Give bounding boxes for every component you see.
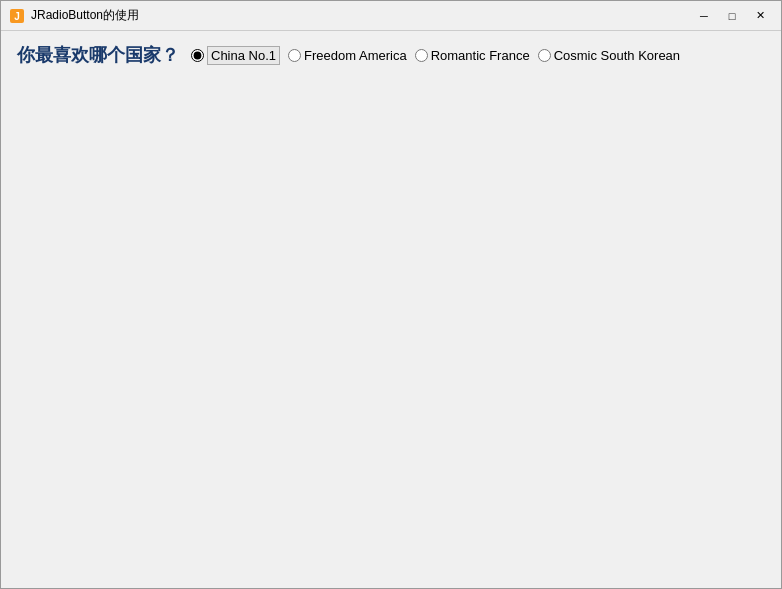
main-window: J JRadioButton的使用 ─ □ ✕ 你最喜欢哪个国家？ China … bbox=[0, 0, 782, 589]
title-bar: J JRadioButton的使用 ─ □ ✕ bbox=[1, 1, 781, 31]
close-button[interactable]: ✕ bbox=[747, 6, 773, 26]
radio-label-france: Romantic France bbox=[431, 48, 530, 63]
minimize-button[interactable]: ─ bbox=[691, 6, 717, 26]
title-bar-controls: ─ □ ✕ bbox=[691, 6, 773, 26]
radio-label-korean: Cosmic South Korean bbox=[554, 48, 680, 63]
radio-option-china[interactable]: China No.1 bbox=[191, 46, 280, 65]
content-area: 你最喜欢哪个国家？ China No.1 Freedom America Rom… bbox=[1, 31, 781, 588]
radio-group-row: 你最喜欢哪个国家？ China No.1 Freedom America Rom… bbox=[17, 43, 765, 67]
radio-option-america[interactable]: Freedom America bbox=[288, 48, 407, 63]
app-icon: J bbox=[9, 8, 25, 24]
question-label: 你最喜欢哪个国家？ bbox=[17, 43, 179, 67]
radio-input-america[interactable] bbox=[288, 49, 301, 62]
radio-label-china: China No.1 bbox=[207, 46, 280, 65]
title-bar-left: J JRadioButton的使用 bbox=[9, 7, 139, 24]
svg-text:J: J bbox=[14, 11, 20, 22]
radio-option-korean[interactable]: Cosmic South Korean bbox=[538, 48, 680, 63]
radio-input-korean[interactable] bbox=[538, 49, 551, 62]
maximize-button[interactable]: □ bbox=[719, 6, 745, 26]
radio-label-america: Freedom America bbox=[304, 48, 407, 63]
radio-input-china[interactable] bbox=[191, 49, 204, 62]
radio-input-france[interactable] bbox=[415, 49, 428, 62]
radio-option-france[interactable]: Romantic France bbox=[415, 48, 530, 63]
window-title: JRadioButton的使用 bbox=[31, 7, 139, 24]
